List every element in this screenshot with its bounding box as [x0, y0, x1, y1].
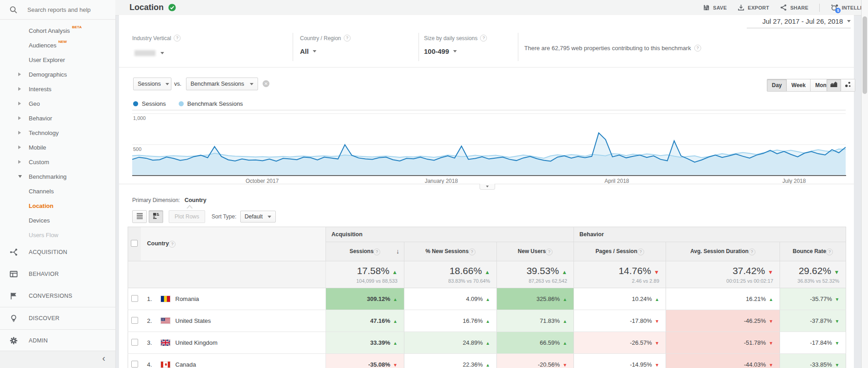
column-header-bounce-rate[interactable]: Bounce Rate? — [780, 242, 846, 261]
sidebar-item-interests[interactable]: Interests — [0, 82, 115, 96]
column-header--new-sessions[interactable]: % New Sessions? — [404, 242, 497, 261]
sidebar-item-behavior[interactable]: Behavior — [0, 111, 115, 125]
help-icon[interactable]: ? — [344, 35, 351, 41]
arrow-down-icon: ▼ — [654, 269, 659, 275]
arrow-up-icon: ▲ — [562, 269, 567, 275]
column-header-pages-session[interactable]: Pages / Session? — [574, 242, 666, 261]
sidebar-item-benchmarking[interactable]: Benchmarking — [0, 169, 115, 184]
chevron-down-icon[interactable] — [160, 52, 164, 54]
sort-type-dropdown[interactable]: Default — [240, 211, 276, 223]
search-placeholder: Search reports and help — [27, 6, 91, 13]
help-icon[interactable]: ? — [694, 45, 701, 52]
sidebar-section-behavior[interactable]: BEHAVIOR — [0, 263, 115, 285]
primary-dimension-label: Primary Dimension: — [132, 197, 180, 203]
country-cell: 2. United States — [141, 310, 326, 332]
export-button[interactable]: EXPORT — [738, 4, 769, 11]
arrow-up-icon: ▲ — [393, 297, 398, 302]
help-icon[interactable]: ? — [169, 241, 176, 248]
sidebar-section-discover[interactable]: DISCOVER — [0, 307, 115, 329]
legend-item[interactable]: Sessions — [133, 100, 166, 107]
scrollbar-thumb[interactable] — [863, 16, 867, 94]
page-title-wrap: Location — [129, 0, 176, 15]
sidebar-item-custom[interactable]: Custom — [0, 155, 115, 169]
row-checkbox[interactable] — [131, 361, 138, 368]
summary-cell: 18.66%▲ 83.83% vs 70.64% — [404, 261, 497, 288]
metric-cell: 4.09%▲ — [404, 288, 497, 310]
help-icon[interactable]: ? — [174, 35, 181, 41]
help-icon[interactable]: ? — [373, 249, 380, 255]
share-button[interactable]: SHARE — [780, 4, 808, 11]
chart-collapse-tab[interactable] — [480, 184, 495, 190]
legend-dot — [133, 101, 138, 106]
sidebar-item-technology[interactable]: Technology — [0, 125, 115, 140]
column-header-avg-session-duration[interactable]: Avg. Session Duration? — [666, 242, 780, 261]
column-header-new-users[interactable]: New Users? — [497, 242, 574, 261]
line-chart-view-button[interactable] — [827, 79, 841, 92]
primary-dimension-country-tab[interactable]: Country — [185, 197, 207, 203]
help-icon[interactable]: ? — [826, 249, 833, 255]
sidebar-section-acquisition[interactable]: ACQUISITION — [0, 241, 115, 263]
plot-rows-button[interactable]: Plot Rows — [169, 210, 205, 223]
remove-comparison-icon[interactable]: ✕ — [263, 80, 269, 87]
help-icon[interactable]: ? — [749, 249, 755, 255]
sidebar-section-admin[interactable]: ADMIN — [0, 329, 115, 352]
sidebar-item-devices[interactable]: Devices — [0, 213, 115, 228]
industry-vertical-value-redacted[interactable] — [134, 50, 155, 56]
search-icon — [9, 5, 18, 14]
intelligence-badge: 5 — [835, 8, 841, 13]
metric-cell: 71.83%▲ — [497, 310, 574, 332]
motion-chart-view-button[interactable] — [841, 79, 855, 92]
group-header-behavior: Behavior — [574, 227, 846, 242]
sidebar-item-cohort-analysis[interactable]: Cohort AnalysisBETA — [0, 23, 115, 38]
sidebar-item-users-flow[interactable]: Users Flow — [0, 228, 115, 242]
sidebar-item-channels[interactable]: Channels — [0, 184, 115, 198]
sidebar-item-mobile[interactable]: Mobile — [0, 140, 115, 155]
row-checkbox[interactable] — [131, 317, 138, 324]
date-range-picker[interactable]: Jul 27, 2017 - Jul 26, 2018 — [747, 17, 851, 28]
help-icon[interactable]: ? — [469, 249, 475, 255]
row-checkbox[interactable] — [131, 295, 138, 302]
primary-metric-dropdown[interactable]: Sessions — [133, 78, 171, 90]
comparison-metric-dropdown[interactable]: Benchmark Sessions — [186, 78, 258, 90]
size-by-daily-sessions-label: Size by daily sessions? — [424, 35, 487, 41]
column-header-country[interactable]: Country? — [141, 227, 326, 261]
save-button[interactable]: SAVE — [703, 4, 727, 11]
help-icon[interactable]: ? — [637, 249, 644, 255]
x-axis-label: April 2018 — [604, 178, 629, 184]
table-toolbar: Plot Rows Sort Type: Default — [132, 210, 276, 223]
granularity-week-button[interactable]: Week — [787, 79, 811, 92]
data-view-button[interactable] — [132, 210, 147, 223]
row-checkbox[interactable] — [131, 339, 138, 346]
sidebar-search[interactable]: Search reports and help — [0, 0, 115, 20]
arrow-up-icon: ▲ — [393, 319, 398, 324]
sidebar-item-audiences[interactable]: AudiencesNEW — [0, 38, 115, 52]
summary-cell: 39.53%▲ 87,263 vs 62,542 — [497, 261, 574, 288]
country-cell: 1. Romania — [141, 288, 326, 310]
comparison-view-button[interactable] — [149, 210, 163, 223]
metric-cell: -37.87%▼ — [780, 310, 846, 332]
sidebar-item-user-explorer[interactable]: User Explorer — [0, 52, 115, 67]
sidebar-item-geo[interactable]: Geo — [0, 96, 115, 111]
sidebar-section-conversions[interactable]: CONVERSIONS — [0, 285, 115, 307]
group-header-acquisition: Acquisition — [326, 227, 574, 242]
arrow-up-icon: ▲ — [769, 297, 773, 302]
sidebar-item-location[interactable]: Location — [0, 198, 115, 213]
country-region-select[interactable]: All — [300, 47, 316, 55]
table-summary-row: 17.58%▲ 104,099 vs 88,533 18.66%▲ 83.83%… — [128, 261, 846, 288]
help-icon[interactable]: ? — [546, 249, 553, 255]
granularity-day-button[interactable]: Day — [767, 79, 787, 92]
sort-descending-icon[interactable]: ↓ — [396, 248, 399, 255]
x-axis-line — [132, 175, 846, 176]
arrow-up-icon: ▲ — [485, 269, 490, 275]
size-by-daily-sessions-select[interactable]: 100-499 — [424, 47, 457, 55]
sidebar-collapse-bar[interactable]: ‹ — [0, 351, 115, 368]
sessions-timeseries-chart[interactable] — [132, 109, 846, 176]
sidebar-item-demographics[interactable]: Demographics — [0, 67, 115, 82]
flag-us-icon — [160, 317, 170, 324]
divider — [819, 4, 820, 12]
legend-item[interactable]: Benchmark Sessions — [179, 100, 243, 107]
help-icon[interactable]: ? — [480, 35, 487, 41]
column-header-sessions[interactable]: Sessions?↓ — [326, 242, 404, 261]
chevron-right-icon — [18, 102, 21, 105]
select-all-checkbox[interactable] — [131, 240, 138, 247]
